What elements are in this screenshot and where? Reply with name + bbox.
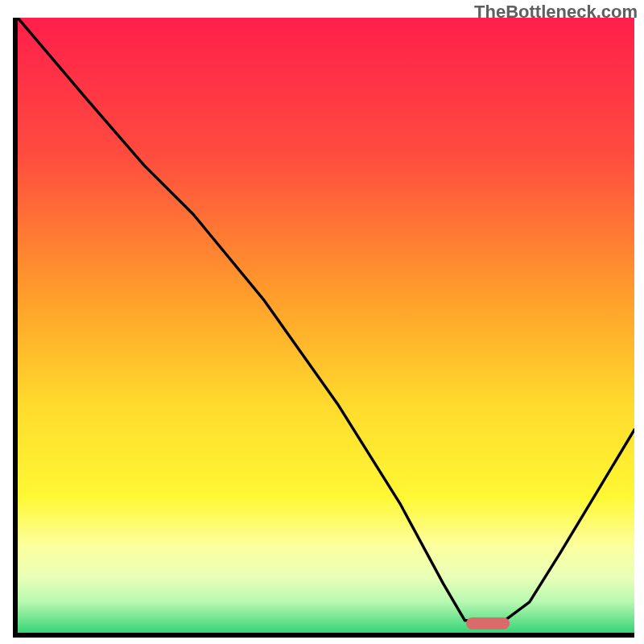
- x-axis: [13, 633, 634, 638]
- plot-area: [18, 18, 634, 633]
- chart-container: TheBottleneck.com: [0, 0, 644, 644]
- bottleneck-curve: [18, 18, 634, 621]
- curve-layer: [18, 18, 634, 633]
- highlight-marker: [466, 617, 510, 630]
